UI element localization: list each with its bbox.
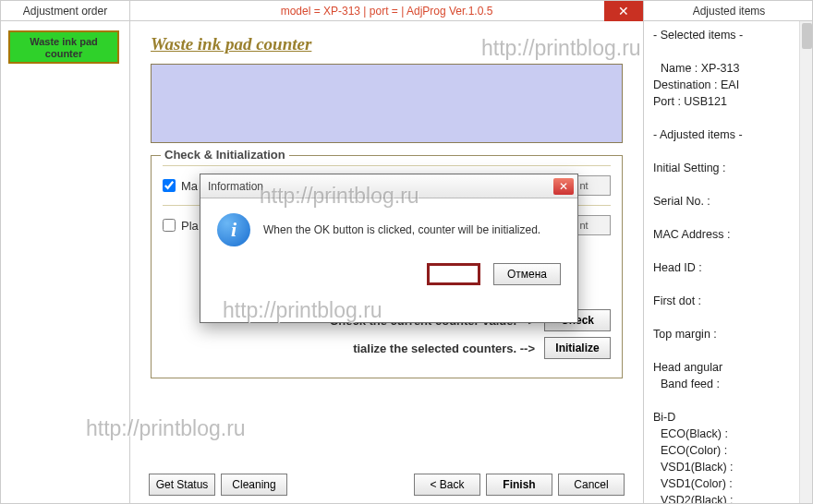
adjusted-item-line: - Adjusted items -	[653, 126, 807, 143]
window-close-button[interactable]: ✕	[604, 1, 643, 21]
dialog-titlebar[interactable]: Information ✕	[200, 174, 577, 198]
dialog-close-icon: ✕	[559, 180, 568, 193]
adjusted-item-line: MAC Address :	[653, 226, 807, 243]
dialog-cancel-button[interactable]: Отмена	[493, 263, 561, 285]
platen-pad-checkbox[interactable]	[163, 219, 176, 232]
adjusted-item-line: VSD2(Black) :	[653, 492, 807, 503]
log-textarea[interactable]	[151, 64, 623, 143]
adjusted-item-line: - Selected items -	[653, 27, 807, 43]
adjusted-item-line: ECO(Black) :	[653, 426, 807, 442]
adjusted-item-line: VSD1(Black) :	[653, 459, 807, 475]
adjusted-item-line: Initial Setting :	[653, 160, 807, 176]
adjusted-item-line: Head ID :	[653, 259, 807, 276]
left-panel: Adjustment order Waste ink pad counter	[1, 1, 130, 503]
back-button[interactable]: < Back	[414, 474, 480, 496]
adjusted-item-line: Top margin :	[653, 326, 807, 342]
adjusted-item-line	[653, 176, 807, 193]
adjusted-item-line	[653, 43, 807, 60]
adjusted-item-line	[653, 110, 807, 126]
initialize-action-label: tialize the selected counters. -->	[353, 342, 535, 355]
adjusted-item-line	[653, 143, 807, 160]
dialog-message: When the OK button is clicked, counter w…	[263, 223, 540, 236]
adjusted-item-line: Name : XP-313	[653, 60, 807, 77]
dialog-body: i When the OK button is clicked, counter…	[200, 198, 577, 256]
adjusted-item-line	[653, 276, 807, 293]
main-pad-checkbox[interactable]	[163, 179, 176, 192]
adjusted-item-line	[653, 243, 807, 259]
adjusted-items-panel: Adjusted items - Selected items - Name :…	[644, 1, 813, 503]
cancel-button[interactable]: Cancel	[558, 474, 625, 496]
adjusted-item-line: Bi-D	[653, 409, 807, 426]
adjusted-item-line: First dot :	[653, 293, 807, 309]
adjusted-item-line	[653, 210, 807, 226]
section-title: Waste ink pad counter	[151, 34, 623, 54]
window-title: model = XP-313 | port = | AdjProg Ver.1.…	[130, 1, 643, 21]
dialog-ok-button[interactable]	[427, 263, 480, 285]
waste-ink-pad-button[interactable]: Waste ink pad counter	[8, 30, 119, 64]
adjusted-item-line: Destination : EAI	[653, 77, 807, 93]
fieldset-legend: Check & Initialization	[161, 148, 289, 162]
adjusted-item-line: Head angular	[653, 359, 807, 376]
dialog-title-text: Information	[208, 180, 263, 193]
adjusted-item-line: ECO(Color) :	[653, 442, 807, 459]
info-icon: i	[217, 213, 250, 246]
adjusted-item-line	[653, 342, 807, 359]
cleaning-button[interactable]: Cleaning	[221, 474, 287, 496]
scrollbar-thumb[interactable]	[802, 23, 812, 49]
adjusted-item-line: Port : USB121	[653, 93, 807, 110]
waste-button-line2: counter	[45, 48, 82, 59]
right-scrollbar[interactable]	[799, 21, 813, 503]
information-dialog: Information ✕ i When the OK button is cl…	[200, 174, 578, 323]
adjusted-item-line	[653, 309, 807, 326]
window-title-text: model = XP-313 | port = | AdjProg Ver.1.…	[281, 5, 493, 18]
left-panel-title: Adjustment order	[1, 1, 129, 21]
initialize-action-line: tialize the selected counters. --> Initi…	[163, 337, 611, 359]
close-icon: ✕	[618, 4, 629, 18]
dialog-close-button[interactable]: ✕	[553, 178, 574, 195]
adjusted-item-line: Serial No. :	[653, 193, 807, 210]
right-panel-title: Adjusted items	[644, 1, 813, 21]
adjusted-item-line: VSD1(Color) :	[653, 475, 807, 492]
finish-button[interactable]: Finish	[486, 474, 552, 496]
get-status-button[interactable]: Get Status	[149, 474, 215, 496]
adjusted-item-line: Band feed :	[653, 376, 807, 392]
adjusted-item-line	[653, 392, 807, 409]
dialog-footer: Отмена	[200, 256, 577, 298]
initialize-button[interactable]: Initialize	[544, 337, 611, 359]
waste-button-line1: Waste ink pad	[30, 36, 98, 47]
adjusted-items-list: - Selected items - Name : XP-313Destinat…	[644, 21, 813, 503]
footer-bar: Get Status Cleaning < Back Finish Cancel	[149, 474, 625, 496]
